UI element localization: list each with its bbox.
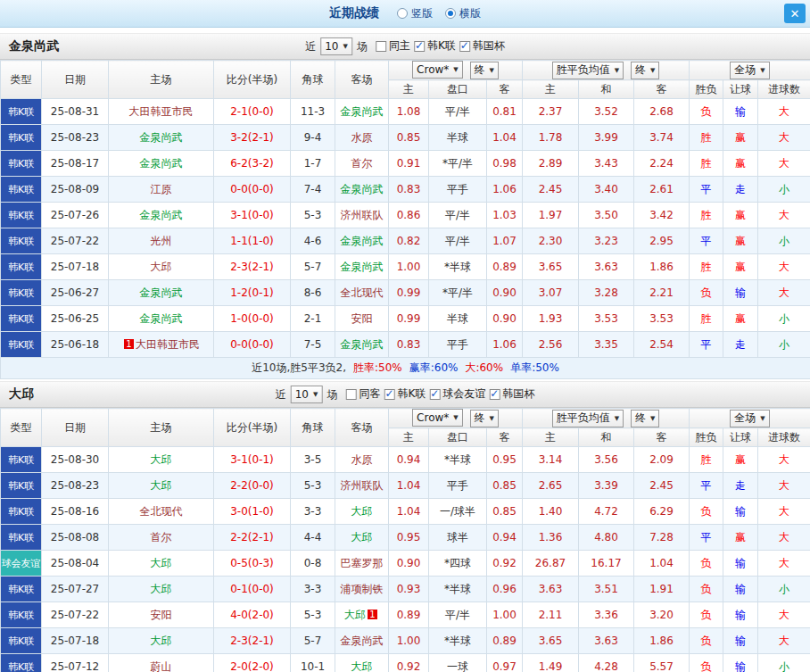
ah-line: 一/球半 — [429, 499, 487, 525]
filter-checkbox[interactable]: 韩K联 — [384, 386, 426, 402]
match-row: 韩K联25-06-27金泉尚武1-2(0-1)8-6全北现代0.99*平/半0.… — [1, 280, 810, 306]
goals-result-cell: 大 — [758, 254, 810, 280]
score-cell: 0-1(0-0) — [214, 577, 291, 602]
away-team-name: 济州联队 — [341, 209, 384, 221]
home-cell: 金泉尚武 — [109, 151, 214, 177]
checkbox-label: 韩K联 — [427, 38, 456, 54]
league-cell: 韩K联 — [1, 151, 42, 177]
ah-home-odds: 0.82 — [389, 228, 429, 254]
scope-select[interactable]: 全场 ▼ — [730, 62, 769, 79]
panel-header: 近期战绩 竖版 横版 ✕ — [0, 0, 810, 28]
subcol-ah-line: 盘口 — [429, 80, 487, 99]
goals-result-cell: 大 — [758, 499, 810, 525]
date-cell: 25-08-17 — [42, 151, 109, 177]
league-cell: 韩K联 — [1, 306, 42, 332]
europe-odds-select[interactable]: 胜平负均值 ▼ — [552, 410, 624, 427]
handicap-result-cell: 输 — [723, 654, 758, 672]
layout-horizontal-option[interactable]: 横版 — [445, 6, 481, 21]
eu-away-odds: 2.95 — [634, 228, 690, 254]
ah-line: 平/半 — [429, 228, 487, 254]
home-cell: 安阳 — [109, 602, 214, 628]
filter-checkbox[interactable]: 韩K联 — [414, 38, 456, 54]
away-team-name: 金泉尚武 — [341, 235, 384, 247]
eu-away-odds: 2.68 — [634, 99, 690, 125]
subcol-handicap-result: 让球 — [723, 428, 758, 447]
filter-checkbox[interactable]: 球会友谊 — [429, 386, 485, 402]
away-cell: 金泉尚武 — [335, 332, 389, 358]
match-count-select[interactable]: 10 ▼ — [291, 386, 323, 403]
odds-state-select[interactable]: 终 ▼ — [631, 62, 659, 79]
eu-draw-odds: 3.43 — [579, 151, 634, 177]
match-row: 韩K联25-07-22光州1-1(1-0)4-6金泉尚武0.82平/半1.072… — [1, 228, 810, 254]
scope-select[interactable]: 全场 ▼ — [730, 410, 769, 427]
score-cell: 3-2(2-1) — [214, 125, 291, 151]
home-team-name: 金泉尚武 — [140, 157, 183, 170]
ah-away-odds: 0.97 — [487, 654, 523, 672]
radio-checked-icon[interactable] — [445, 8, 456, 19]
date-cell: 25-07-12 — [42, 654, 109, 672]
date-cell: 25-07-18 — [42, 628, 109, 654]
goals-result-cell: 大 — [758, 125, 810, 151]
handicap-result-cell: 走 — [723, 332, 758, 358]
filter-checkbox[interactable]: 韩国杯 — [489, 386, 534, 402]
ah-line: 平手 — [429, 332, 487, 358]
subcol-eu-away: 客 — [634, 80, 690, 99]
home-team-name: 金泉尚武 — [140, 286, 183, 299]
eu-home-odds: 3.07 — [523, 280, 579, 306]
close-button[interactable]: ✕ — [784, 4, 806, 23]
match-row: 韩K联25-08-09江原0-0(0-0)7-4金泉尚武0.83平手1.062.… — [1, 177, 810, 203]
goals-result-cell: 大 — [758, 280, 810, 306]
red-card-badge: 1 — [124, 339, 134, 349]
result-cell: 负 — [690, 551, 723, 577]
checkbox-checked-icon[interactable] — [414, 41, 425, 52]
ah-home-odds: 1.00 — [389, 628, 429, 654]
odds-state-select[interactable]: 终 ▼ — [470, 410, 499, 427]
away-team-name: 大邱 — [351, 505, 373, 518]
chevron-down-icon: ▼ — [615, 415, 619, 422]
ah-home-odds: 1.04 — [389, 499, 429, 525]
date-cell: 25-06-25 — [42, 306, 109, 332]
league-cell: 球会友谊 — [1, 551, 42, 577]
ah-line: 平/半 — [429, 203, 487, 228]
odds-state-select[interactable]: 终 ▼ — [470, 62, 499, 79]
checkbox-unchecked-icon[interactable] — [376, 41, 386, 52]
filter-checkbox[interactable]: 同主 — [376, 38, 410, 54]
handicap-result-cell: 赢 — [723, 447, 758, 473]
result-cell: 负 — [690, 99, 723, 125]
home-cell: 大邱 — [109, 577, 214, 602]
select-value: Crow* — [417, 63, 449, 76]
goals-result-cell: 大 — [758, 628, 810, 654]
ah-home-odds: 0.91 — [389, 151, 429, 177]
checkbox-checked-icon[interactable] — [489, 389, 500, 400]
checkbox-checked-icon[interactable] — [384, 389, 394, 400]
away-cell: 金泉尚武 — [335, 99, 389, 125]
checkbox-unchecked-icon[interactable] — [345, 389, 356, 400]
bookmaker-select[interactable]: Crow* ▼ — [412, 409, 463, 427]
handicap-result-cell: 输 — [723, 99, 758, 125]
filter-checkbox[interactable]: 同客 — [345, 386, 380, 402]
layout-vertical-option[interactable]: 竖版 — [397, 6, 433, 21]
score-cell: 2-2(2-1) — [214, 525, 291, 551]
filter-checkbox[interactable]: 韩国杯 — [459, 38, 505, 54]
home-team-name: 大邱 — [151, 453, 172, 466]
ah-home-odds: 0.83 — [389, 332, 429, 358]
ah-line: *半球 — [429, 447, 487, 473]
checkbox-checked-icon[interactable] — [429, 389, 440, 400]
bookmaker-select[interactable]: Crow* ▼ — [412, 61, 463, 79]
home-team-name: 全北现代 — [140, 505, 183, 518]
select-value: 终 — [635, 411, 646, 426]
league-cell: 韩K联 — [1, 525, 42, 551]
odds-state-select[interactable]: 终 ▼ — [631, 410, 659, 427]
subcol-ah-home: 主 — [389, 428, 429, 447]
eu-away-odds: 3.20 — [634, 602, 690, 628]
europe-odds-select[interactable]: 胜平负均值 ▼ — [552, 62, 624, 79]
corner-cell: 7-4 — [291, 177, 335, 203]
radio-unchecked-icon[interactable] — [397, 8, 408, 19]
checkbox-checked-icon[interactable] — [459, 41, 470, 52]
match-count-select[interactable]: 10 ▼ — [320, 37, 352, 55]
ah-away-odds: 0.81 — [487, 99, 523, 125]
checkbox-label: 韩K联 — [397, 386, 426, 402]
away-cell: 大邱 — [335, 499, 389, 525]
handicap-result-cell: 赢 — [723, 525, 758, 551]
goals-result-cell: 小 — [758, 332, 810, 358]
